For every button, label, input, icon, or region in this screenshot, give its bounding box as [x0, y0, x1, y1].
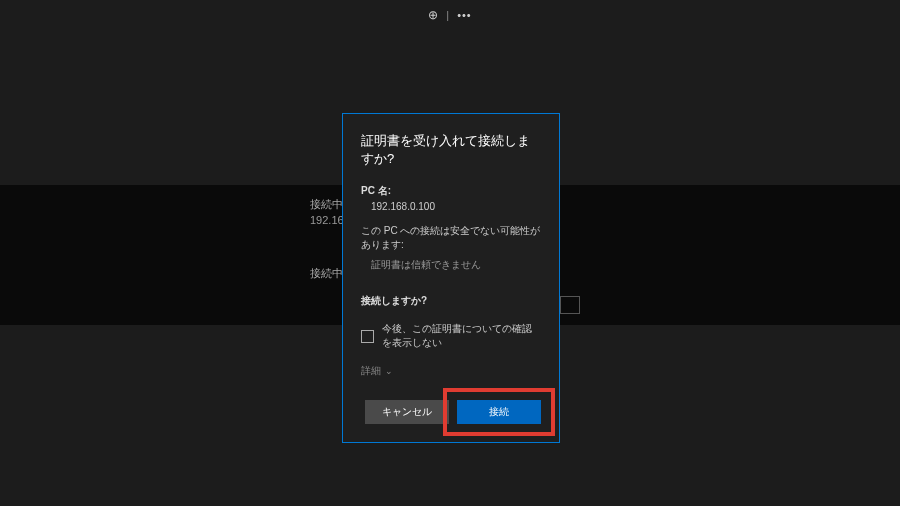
pc-name-value: 192.168.0.100 — [371, 201, 541, 212]
top-toolbar: ⊕ | ••• — [0, 8, 900, 22]
bg-connecting-label: 接続中 — [310, 197, 343, 212]
more-icon[interactable]: ••• — [457, 9, 472, 21]
zoom-icon[interactable]: ⊕ — [428, 8, 438, 22]
dont-ask-checkbox[interactable] — [361, 330, 374, 343]
warning-detail: 証明書は信頼できません — [371, 258, 541, 272]
dialog-title: 証明書を受け入れて接続しますか? — [361, 132, 541, 168]
dont-ask-checkbox-row[interactable]: 今後、この証明書についての確認を表示しない — [361, 322, 541, 350]
toolbar-divider: | — [446, 9, 449, 21]
connect-button[interactable]: 接続 — [457, 400, 541, 424]
details-label: 詳細 — [361, 364, 381, 378]
chevron-down-icon: ⌄ — [385, 366, 393, 376]
dont-ask-label: 今後、この証明書についての確認を表示しない — [382, 322, 541, 350]
details-expander[interactable]: 詳細 ⌄ — [361, 364, 541, 378]
bg-partial-button — [560, 296, 580, 314]
cancel-button[interactable]: キャンセル — [365, 400, 449, 424]
pc-name-label: PC 名: — [361, 184, 541, 198]
connect-question: 接続しますか? — [361, 294, 541, 308]
dialog-button-row: キャンセル 接続 — [361, 400, 541, 424]
certificate-dialog: 証明書を受け入れて接続しますか? PC 名: 192.168.0.100 この … — [342, 113, 560, 443]
warning-text: この PC への接続は安全でない可能性があります: — [361, 224, 541, 252]
